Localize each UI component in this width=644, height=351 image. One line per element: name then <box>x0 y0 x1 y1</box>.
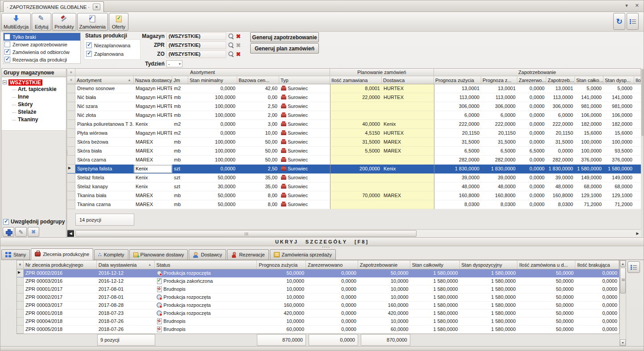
column-header-iloś[interactable]: Iloś <box>634 76 641 84</box>
checkbox[interactable] <box>86 51 92 57</box>
tab-zlecenia-produkcyjne[interactable]: Zlecenia produkcyjne <box>31 248 93 260</box>
tab-komplety[interactable]: Komplety <box>94 249 128 260</box>
assortment-row-nić-szara[interactable]: Nić szaraMagazyn HURTEXmb100,00002,50Sur… <box>67 102 641 111</box>
details-vscroll-thumb[interactable] <box>620 268 626 293</box>
column-header-typ[interactable]: Typ <box>279 76 330 84</box>
column-header-ilość-zamawiana[interactable]: Ilość zamawiana <box>330 76 382 84</box>
refresh-button[interactable]: ↻ <box>613 13 625 30</box>
filter-checkbox-zerowe-zapotrzebowanie[interactable]: Zerowe zapotrzebowanie <box>4 41 80 48</box>
generuj-zapotrzebowanie-button[interactable]: Generuj zapotrzebowanie <box>250 32 319 42</box>
assortment-row-płyta-wiórowa[interactable]: Płyta wiórowaMagazyn HURTEXm20,000010,00… <box>67 129 641 138</box>
column-header-stan-całkowity[interactable]: Stan całkowity <box>410 260 460 269</box>
tree-item-stelaże[interactable]: Stelaże <box>3 109 65 116</box>
checkbox[interactable] <box>86 42 92 48</box>
assortment-row-stelaż-kanapy[interactable]: Stelaż kanapyKenixszt30,000035,00Surowie… <box>67 182 641 191</box>
filter-checkbox-rezerwacja-dla-produkcji[interactable]: Rezerwacja dla produkcji <box>4 56 80 63</box>
column-header-status[interactable]: Status <box>155 260 257 269</box>
vscroll-thumb[interactable] <box>641 69 644 136</box>
field-value-zpr[interactable]: (WSZYSTKIE) <box>166 41 226 49</box>
tree-item-tkaniny[interactable]: Tkaniny <box>3 116 65 124</box>
checkbox[interactable] <box>4 41 10 47</box>
toolbar-button-edytuj[interactable]: Edytuj <box>32 13 51 31</box>
column-header-data-wystawienia[interactable]: Data wystawienia▲ <box>97 260 155 269</box>
column-header-nazwa-dostawcy[interactable]: Nazwa dostawcy <box>134 76 172 84</box>
document-tab[interactable]: · ZAPOTRZEBOWANIE GLOBALNE · ✕ <box>3 1 104 12</box>
toolbar-button-oferty[interactable]: Oferty <box>109 13 128 31</box>
assortment-row-nić-złota[interactable]: Nić złotaMagazyn HURTEXmb100,00002,00Sur… <box>67 111 641 120</box>
details-vscrollbar[interactable]: ▲ ▼ <box>619 260 626 346</box>
checkbox[interactable] <box>4 49 10 55</box>
column-header-jm[interactable]: Jm <box>172 76 188 84</box>
assortment-row-drewno-sosnowe[interactable]: Drewno sosnoweMagazyn HURTEXm20,000042,6… <box>67 84 641 93</box>
assortment-row-tkanina-biała[interactable]: Tkanina białaMAREXmb50,00008,00Surowiec7… <box>67 191 641 200</box>
tydzien-select[interactable]: -▾ <box>166 60 182 67</box>
search-icon[interactable] <box>228 51 234 57</box>
column-header-zapotrzebowanie[interactable]: Zapotrzebowanie <box>358 260 410 269</box>
field-value-magazyn[interactable]: (WSZYSTKIE) <box>166 33 226 40</box>
scroll-left-icon[interactable]: ◀ <box>67 230 74 237</box>
tab-close-button[interactable]: ✕ <box>93 4 100 10</box>
order-row-zpr-00001-2018[interactable]: ZPR 00001/20182018-07-23Produkcja rozpoc… <box>17 310 619 318</box>
tree-item-root[interactable]: WSZYSTKIE <box>3 78 65 86</box>
column-header-prognoza-zużycia[interactable]: Prognoza zużycia <box>257 260 306 269</box>
column-header-asortyment[interactable]: Asortyment▲ <box>75 76 134 84</box>
checkbox[interactable] <box>4 34 10 40</box>
tree-item-skóry[interactable]: Skóry <box>3 101 65 109</box>
checkbox[interactable] <box>4 57 10 62</box>
tree-item-art-tapicerskie[interactable]: Art. tapicerskie <box>3 86 65 94</box>
scroll-up-icon[interactable]: ▲ <box>620 260 626 267</box>
column-header-zarezerwowano[interactable]: Zarezerwowano <box>306 260 358 269</box>
assortment-vscrollbar[interactable] <box>641 68 644 237</box>
hide-details-bar[interactable]: UKRYJ SZCZEGÓŁY [F8] <box>0 237 644 246</box>
filter-checkbox-zamówienia-od-odbiorców[interactable]: Zamówienia od odbiorców <box>4 48 80 56</box>
filter-checkbox-tylko-braki[interactable]: Tylko braki <box>4 33 80 41</box>
column-header-dostawca[interactable]: Dostawca <box>382 76 434 84</box>
field-value-zo[interactable]: (WSZYSTKIE) <box>166 50 226 58</box>
column-header-zarezerwo[interactable]: Zarezerwo... <box>517 76 546 84</box>
scroll-down-icon[interactable]: ▼ <box>620 339 626 346</box>
column-header-bazowa-cen[interactable]: Bazowa cen... <box>237 76 279 84</box>
column-header-nr-zlecenia-produkcyjnego[interactable]: Nr zlecenia produkcyjnego <box>24 260 97 269</box>
tab-stany[interactable]: Stany <box>1 249 30 260</box>
column-header-stan-dysp[interactable]: Stan dysp... <box>603 76 634 84</box>
status-checkbox-niezaplanowana[interactable]: Niezaplanowana <box>85 41 139 50</box>
order-row-zpr-00003-2017[interactable]: ZPR 00003/20172017-08-28Produkcja rozpoc… <box>17 301 619 310</box>
column-chooser-corner[interactable]: ✳ <box>67 69 75 76</box>
tree-collapse-icon[interactable] <box>3 80 7 84</box>
assortment-row-skóra-beżowa[interactable]: Skóra beżowaMAREXmb100,000050,00Surowiec… <box>67 138 641 147</box>
assortment-row-skóra-biała[interactable]: Skóra białaMAREXmb100,000050,00Surowiec5… <box>67 147 641 156</box>
column-header-ilość-zamówiona-u-d[interactable]: Ilość zamówiona u d... <box>517 260 575 269</box>
column-header-prognoza-zużycia[interactable]: Prognoza zużycia <box>434 76 481 84</box>
window-close-icon[interactable]: ✕ <box>635 3 639 8</box>
column-header-stan-dyspozycyjny[interactable]: Stan dyspozycyjny <box>460 260 518 269</box>
clear-icon[interactable]: ✖ <box>236 33 241 39</box>
tab-dostawcy[interactable]: Dostawcy <box>189 249 226 260</box>
tab-rezerwacje[interactable]: Rezerwacje <box>227 249 268 260</box>
tab-zamówienia-sprzedaży[interactable]: Zamówienia sprzedaży <box>270 249 336 260</box>
tab-planowane-dostawy[interactable]: Planowane dostawy <box>129 249 188 260</box>
clear-icon[interactable]: ✖ <box>236 42 241 48</box>
include-subgroups-checkbox[interactable]: Uwzględnij podgrupy <box>3 219 65 225</box>
order-row-zpr-00005-2018[interactable]: ZPR 00005/20182018-07-26Brudnopis60,0000… <box>17 326 619 334</box>
search-icon[interactable] <box>228 33 234 39</box>
order-row-zpr-00002-2017[interactable]: ZPR 00002/20172017-08-01Produkcja rozpoc… <box>17 293 619 301</box>
assortment-row-skóra-czarna[interactable]: Skóra czarnaMAREXmb100,000050,00Surowiec… <box>67 156 641 165</box>
clear-icon[interactable]: ✖ <box>236 51 241 57</box>
assortment-row-nić-biała[interactable]: Nić białaMagazyn HURTEXmb100,00000,00Sur… <box>67 93 641 102</box>
details-layout-options-button[interactable] <box>627 261 640 273</box>
status-checkbox-zaplanowana[interactable]: Zaplanowana <box>85 50 139 58</box>
toolbar-button-zamówienia[interactable]: Zamówienia <box>77 13 108 31</box>
toolbar-button-produkty[interactable]: Produkty <box>52 13 76 31</box>
tree-item-inne[interactable]: Inne <box>3 94 65 101</box>
toolbar-button-multiedycja[interactable]: MultiEdycja <box>1 13 31 31</box>
layout-options-button[interactable] <box>627 13 639 30</box>
assortment-row-stelaż-fotela[interactable]: Stelaż fotelaKenixszt50,000035,00Surowie… <box>67 173 641 182</box>
assortment-row-tkanina-czarna[interactable]: Tkanina czarnaMAREXmb50,00008,00Surowiec… <box>67 200 641 209</box>
order-row-zpr-00001-2017[interactable]: ZPR 00001/20172017-08-01Brudnopis10,0000… <box>17 285 619 293</box>
column-header-prognoza-z[interactable]: Prognoza z... <box>481 76 517 84</box>
column-header-stan-minimalny[interactable]: Stan minimalny <box>188 76 237 84</box>
assortment-hscrollbar[interactable]: ◀ ▶ <box>67 229 641 237</box>
delete-group-button[interactable] <box>28 227 39 237</box>
column-header-zapotrzeb[interactable]: Zapotrzeb... <box>546 76 575 84</box>
order-row-zpr-00004-2018[interactable]: ZPR 00004/20182018-07-26Brudnopis10,0000… <box>17 318 619 326</box>
